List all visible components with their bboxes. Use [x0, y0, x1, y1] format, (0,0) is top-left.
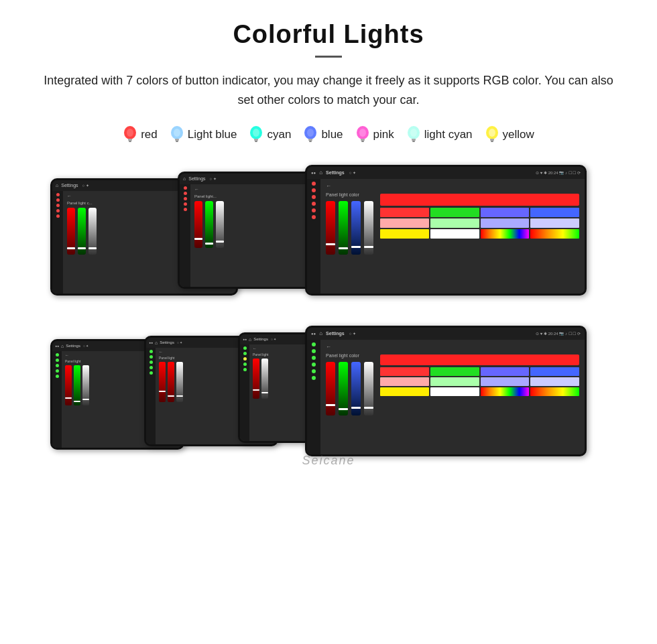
- svg-rect-26: [490, 139, 494, 141]
- color-label-blue: blue: [321, 128, 343, 141]
- svg-rect-15: [309, 141, 312, 142]
- color-item-yellow: yellow: [485, 125, 534, 145]
- lightcyan-bulb-icon: [406, 125, 421, 145]
- svg-point-1: [127, 129, 133, 137]
- svg-point-9: [253, 129, 259, 137]
- divider: [315, 56, 342, 58]
- screen-row-1: ⌂ Settings ○ ✦ ▶ ■ ■ ← Panel light c...: [50, 165, 607, 312]
- color-label-lightblue: Light blue: [188, 128, 237, 141]
- svg-rect-6: [175, 139, 179, 141]
- svg-rect-10: [254, 139, 258, 141]
- svg-point-13: [307, 129, 314, 137]
- color-label-lightcyan: light cyan: [424, 128, 473, 141]
- pink-bulb-icon: [355, 125, 370, 145]
- svg-point-5: [174, 129, 180, 137]
- svg-rect-3: [129, 141, 131, 142]
- svg-rect-11: [255, 141, 257, 142]
- yellow-bulb-icon: [485, 125, 499, 145]
- svg-rect-19: [361, 141, 364, 142]
- color-label-yellow: yellow: [503, 128, 534, 141]
- svg-rect-18: [361, 139, 365, 141]
- color-list: red Light blue cyan: [27, 125, 630, 145]
- color-item-cyan: cyan: [249, 125, 291, 145]
- color-label-cyan: cyan: [267, 128, 291, 141]
- svg-rect-23: [412, 141, 415, 142]
- page-wrapper: Colorful Lights Integrated with 7 colors…: [0, 0, 657, 500]
- svg-point-25: [489, 129, 495, 137]
- svg-rect-14: [308, 139, 312, 141]
- color-label-red: red: [141, 128, 158, 141]
- red-bulb-icon: [123, 125, 137, 145]
- cyan-bulb-icon: [249, 125, 263, 145]
- description: Integrated with 7 colors of button indic…: [27, 71, 630, 110]
- screen-row-2: ●● ⌂ Settings ○ ✦ ▶ ■ ← Panel light: [50, 326, 607, 473]
- lightblue-bulb-icon: [170, 125, 184, 145]
- svg-point-17: [359, 129, 366, 137]
- svg-rect-7: [176, 141, 178, 142]
- svg-rect-2: [128, 139, 132, 141]
- color-item-red: red: [123, 125, 158, 145]
- color-label-pink: pink: [373, 128, 394, 141]
- svg-rect-22: [412, 139, 416, 141]
- svg-point-21: [410, 129, 417, 137]
- blue-bulb-icon: [303, 125, 318, 145]
- color-item-pink: pink: [355, 125, 394, 145]
- svg-rect-27: [491, 141, 493, 142]
- screen-7: ●● ⌂ Settings ○ ✦ ⊙ ♥ ✱ 20:24 📷 ♪ ☐ ☐ ⟳: [305, 326, 587, 456]
- page-title: Colorful Lights: [27, 20, 630, 49]
- color-item-lightblue: Light blue: [170, 125, 237, 145]
- color-item-blue: blue: [303, 125, 343, 145]
- color-item-lightcyan: light cyan: [406, 125, 473, 145]
- screen-3: ●● ⌂ Settings ○ ✦ ⊙ ♥ ✱ 20:24 📷 ♪ ☐ ☐ ⟳: [305, 165, 587, 296]
